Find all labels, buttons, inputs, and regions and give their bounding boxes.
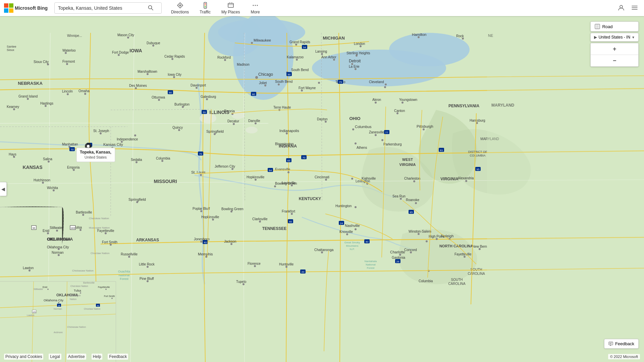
- chevron-down-icon: ▼: [632, 36, 635, 39]
- svg-text:N.P.: N.P.: [350, 248, 355, 251]
- traffic-label: Traffic: [200, 10, 211, 14]
- advertise-link[interactable]: Advertise: [67, 354, 86, 360]
- svg-text:KENTUCKY: KENTUCKY: [299, 196, 321, 201]
- svg-text:Mason City: Mason City: [117, 33, 134, 37]
- svg-text:Chickasaw Nation: Chickasaw Nation: [72, 269, 94, 272]
- svg-text:Winnipe...: Winnipe...: [67, 34, 82, 38]
- svg-text:Stillwater: Stillwater: [50, 226, 63, 230]
- svg-text:NEBRASKA: NEBRASKA: [18, 81, 43, 86]
- svg-point-393: [111, 298, 113, 299]
- svg-point-91: [423, 128, 425, 130]
- zoom-in-button[interactable]: +: [591, 43, 638, 55]
- svg-text:Emporia: Emporia: [67, 166, 80, 169]
- svg-text:Harrisburg: Harrisburg: [470, 119, 485, 122]
- svg-text:70: 70: [303, 156, 306, 159]
- my-places-button[interactable]: My Places: [217, 1, 244, 16]
- svg-text:Sioux: Sioux: [7, 48, 14, 52]
- svg-text:Terre Haute: Terre Haute: [273, 106, 291, 109]
- help-link[interactable]: Help: [92, 354, 103, 360]
- legal-link[interactable]: Legal: [49, 354, 61, 360]
- svg-text:OHIO: OHIO: [349, 116, 360, 121]
- svg-text:94: 94: [303, 46, 306, 49]
- svg-text:Hutchinson: Hutchinson: [34, 178, 50, 182]
- road-view-button[interactable]: Road: [590, 21, 639, 32]
- svg-text:Hays: Hays: [9, 153, 16, 156]
- directions-button[interactable]: Directions: [167, 1, 193, 16]
- svg-text:MICHIGAN: MICHIGAN: [323, 36, 345, 41]
- zoom-out-button[interactable]: −: [591, 55, 638, 66]
- svg-text:Indianapolis: Indianapolis: [279, 129, 299, 133]
- svg-text:Bowling Green: Bowling Green: [221, 207, 244, 211]
- svg-text:Russellville: Russellville: [121, 252, 138, 256]
- svg-text:Nantahala: Nantahala: [365, 260, 377, 263]
- search-input[interactable]: [55, 5, 145, 11]
- svg-text:Omaha: Omaha: [78, 89, 90, 93]
- svg-text:Jefferson City: Jefferson City: [215, 165, 235, 168]
- svg-point-59: [255, 76, 258, 79]
- svg-point-12: [205, 6, 206, 7]
- country-selector[interactable]: ▶ United States - IN ▼: [590, 33, 639, 42]
- user-button[interactable]: [616, 2, 627, 14]
- traffic-button[interactable]: Traffic: [196, 1, 215, 16]
- svg-text:75: 75: [339, 81, 342, 84]
- logo[interactable]: Microsoft Bing: [0, 3, 52, 13]
- footer-feedback-link[interactable]: Feedback: [108, 354, 128, 360]
- svg-text:183: 183: [70, 227, 75, 230]
- svg-text:20: 20: [302, 270, 305, 274]
- svg-point-395: [105, 289, 107, 290]
- feedback-button[interactable]: Feedback: [604, 339, 639, 349]
- svg-point-61: [251, 42, 253, 44]
- svg-text:Pittsburgh: Pittsburgh: [417, 124, 433, 128]
- svg-text:Evansville: Evansville: [275, 168, 290, 171]
- hamburger-icon: [631, 4, 638, 11]
- svg-text:Ottumwa: Ottumwa: [152, 96, 165, 99]
- search-icon: [148, 5, 153, 10]
- svg-text:St. Joseph: St. Joseph: [93, 129, 109, 133]
- more-button[interactable]: More: [247, 1, 264, 16]
- svg-text:Cedar Rapids: Cedar Rapids: [164, 55, 185, 58]
- svg-text:Grand Rapids: Grand Rapids: [289, 40, 310, 44]
- svg-text:Fort Smith: Fort Smith: [104, 295, 115, 297]
- svg-text:64: 64: [269, 169, 272, 172]
- svg-text:Chickasaw Nation: Chickasaw Nation: [67, 326, 86, 328]
- svg-rect-0: [4, 3, 8, 8]
- svg-text:CAROLINA: CAROLINA: [468, 272, 485, 276]
- svg-text:Choctaw Nation: Choctaw Nation: [84, 308, 101, 310]
- svg-text:WEST: WEST: [402, 158, 413, 162]
- sidebar-toggle-button[interactable]: ◀: [0, 182, 7, 196]
- svg-text:Columbia: Columbia: [419, 279, 433, 283]
- svg-text:95: 95: [477, 168, 480, 171]
- svg-text:Winston-Salem: Winston-Salem: [409, 230, 431, 233]
- places-icon: [227, 2, 234, 9]
- privacy-link[interactable]: Privacy and Cookies: [4, 354, 43, 360]
- svg-point-18: [255, 5, 256, 6]
- svg-point-10: [205, 3, 206, 4]
- svg-text:High Point: High Point: [429, 235, 444, 238]
- more-icon: [252, 2, 259, 9]
- copyright-text: © 2022 Microsoft: [608, 354, 640, 359]
- svg-text:Nashville: Nashville: [345, 224, 360, 228]
- svg-text:70: 70: [199, 153, 202, 156]
- svg-text:Waterloo: Waterloo: [62, 49, 76, 52]
- svg-text:Norman: Norman: [52, 251, 64, 254]
- svg-text:Burlington: Burlington: [174, 103, 190, 106]
- nav-buttons: Directions Traffic My Places: [167, 1, 264, 16]
- svg-text:24: 24: [340, 222, 343, 225]
- svg-text:Knoxville: Knoxville: [339, 230, 353, 234]
- menu-button[interactable]: [629, 2, 640, 14]
- svg-text:Sea Run: Sea Run: [392, 194, 406, 198]
- svg-point-97: [465, 180, 467, 182]
- map-container[interactable]: IOWA NEBRASKA ILLINOIS INDIANA OHIO KANS…: [0, 16, 644, 362]
- map-controls: Road ▶ United States - IN ▼ + −: [590, 21, 639, 67]
- svg-text:Bartlesville: Bartlesville: [76, 210, 92, 214]
- svg-text:DISTRICT OF: DISTRICT OF: [468, 150, 487, 154]
- map-background: IOWA NEBRASKA ILLINOIS INDIANA OHIO KANS…: [0, 16, 644, 362]
- logo-text: Microsoft Bing: [15, 5, 48, 11]
- svg-text:New Bern: New Bern: [472, 245, 487, 248]
- svg-text:Topeka, Kansas,: Topeka, Kansas,: [80, 150, 111, 155]
- svg-text:Huntington: Huntington: [335, 204, 352, 208]
- svg-line-5: [152, 8, 153, 10]
- svg-text:Clarksville: Clarksville: [252, 217, 268, 221]
- svg-text:85: 85: [410, 211, 413, 214]
- search-button[interactable]: [145, 5, 156, 11]
